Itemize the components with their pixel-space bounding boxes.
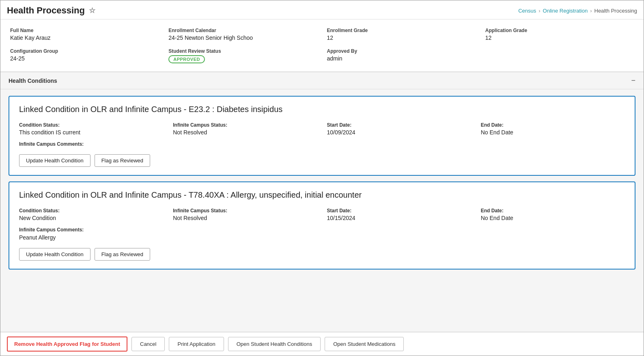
- condition-1-start-date-label: Start Date:: [327, 122, 471, 128]
- condition-1-end-date-label: End Date:: [481, 122, 625, 128]
- breadcrumb-sep-1: ›: [538, 8, 540, 14]
- condition-1-comments: Infinite Campus Comments:: [19, 141, 625, 147]
- condition-2-title: Linked Condition in OLR and Infinite Cam…: [19, 190, 625, 200]
- update-health-condition-button-1[interactable]: Update Health Condition: [19, 154, 90, 167]
- enrollment-grade-label: Enrollment Grade: [327, 28, 476, 33]
- open-student-medications-button[interactable]: Open Student Medications: [325, 337, 404, 351]
- condition-2-start-date: Start Date: 10/15/2024: [327, 208, 471, 221]
- breadcrumb-current: Health Processing: [594, 8, 638, 14]
- condition-2-start-date-label: Start Date:: [327, 208, 471, 214]
- update-health-condition-button-2[interactable]: Update Health Condition: [19, 248, 90, 261]
- title-text: Health Processing: [7, 5, 85, 16]
- condition-2-status-value: New Condition: [19, 215, 163, 221]
- page-title: Health Processing ☆: [7, 5, 95, 16]
- condition-1-title: Linked Condition in OLR and Infinite Cam…: [19, 105, 625, 114]
- condition-2-ic-status: Infinite Campus Status: Not Resolved: [173, 208, 317, 221]
- application-grade-value: 12: [485, 35, 634, 41]
- condition-2-end-date-label: End Date:: [481, 208, 625, 214]
- condition-1-status: Condition Status: This condition IS curr…: [19, 122, 163, 136]
- open-student-health-conditions-button[interactable]: Open Student Health Conditions: [228, 337, 321, 351]
- condition-1-end-date-value: No End Date: [481, 129, 625, 136]
- condition-2-ic-status-label: Infinite Campus Status:: [173, 208, 317, 214]
- condition-card-2: Linked Condition in OLR and Infinite Cam…: [9, 181, 635, 270]
- breadcrumb-sep-2: ›: [590, 8, 592, 14]
- condition-1-actions: Update Health Condition Flag as Reviewed: [19, 154, 625, 167]
- footer-action-bar: Remove Health Approved Flag for Student …: [0, 332, 644, 356]
- breadcrumb-online-registration[interactable]: Online Registration: [543, 8, 588, 14]
- conditions-area: Linked Condition in OLR and Infinite Cam…: [0, 89, 644, 276]
- field-review-status: Student Review Status APPROVED: [168, 48, 317, 63]
- condition-2-status-label: Condition Status:: [19, 208, 163, 214]
- collapse-icon[interactable]: −: [631, 76, 635, 85]
- condition-2-comments: Infinite Campus Comments: Peanut Allergy: [19, 227, 625, 241]
- field-enrollment-calendar: Enrollment Calendar 24-25 Newton Senior …: [168, 28, 317, 41]
- student-info-card: Full Name Katie Kay Arauz Enrollment Cal…: [0, 19, 644, 72]
- field-full-name: Full Name Katie Kay Arauz: [10, 28, 159, 41]
- flag-as-reviewed-button-1[interactable]: Flag as Reviewed: [95, 154, 150, 167]
- approved-by-value: admin: [327, 55, 476, 62]
- field-approved-by: Approved By admin: [327, 48, 476, 63]
- field-config-group: Configuration Group 24-25: [10, 48, 159, 63]
- full-name-label: Full Name: [10, 28, 159, 33]
- enrollment-grade-value: 12: [327, 35, 476, 41]
- condition-1-status-value: This condition IS current: [19, 129, 163, 136]
- condition-1-start-date-value: 10/09/2024: [327, 129, 471, 136]
- condition-1-ic-status: Infinite Campus Status: Not Resolved: [173, 122, 317, 136]
- condition-1-ic-status-label: Infinite Campus Status:: [173, 122, 317, 128]
- remove-health-approved-flag-button[interactable]: Remove Health Approved Flag for Student: [7, 337, 127, 352]
- condition-2-actions: Update Health Condition Flag as Reviewed: [19, 248, 625, 261]
- condition-card-1: Linked Condition in OLR and Infinite Cam…: [9, 96, 635, 176]
- condition-2-status: Condition Status: New Condition: [19, 208, 163, 221]
- condition-1-start-date: Start Date: 10/09/2024: [327, 122, 471, 136]
- condition-2-ic-status-value: Not Resolved: [173, 215, 317, 221]
- condition-2-end-date-value: No End Date: [481, 215, 625, 221]
- enrollment-calendar-label: Enrollment Calendar: [168, 28, 317, 33]
- application-grade-label: Application Grade: [485, 28, 634, 33]
- condition-2-start-date-value: 10/15/2024: [327, 215, 471, 221]
- favorite-star-icon[interactable]: ☆: [89, 6, 95, 15]
- health-conditions-title: Health Conditions: [9, 78, 57, 84]
- print-application-button[interactable]: Print Application: [169, 337, 224, 351]
- field-enrollment-grade: Enrollment Grade 12: [327, 28, 476, 41]
- full-name-value: Katie Kay Arauz: [10, 35, 159, 41]
- approved-by-label: Approved By: [327, 48, 476, 54]
- config-group-value: 24-25: [10, 55, 159, 62]
- condition-1-ic-status-value: Not Resolved: [173, 129, 317, 136]
- header: Health Processing ☆ Census › Online Regi…: [0, 0, 644, 19]
- breadcrumb: Census › Online Registration › Health Pr…: [518, 8, 637, 14]
- enrollment-calendar-value: 24-25 Newton Senior High Schoo: [168, 35, 317, 41]
- config-group-label: Configuration Group: [10, 48, 159, 54]
- cancel-button[interactable]: Cancel: [131, 337, 165, 351]
- condition-2-comments-value: Peanut Allergy: [19, 234, 625, 241]
- approved-badge: APPROVED: [168, 55, 205, 63]
- condition-1-end-date: End Date: No End Date: [481, 122, 625, 136]
- health-conditions-section-header: Health Conditions −: [0, 72, 644, 89]
- condition-2-comments-label: Infinite Campus Comments:: [19, 227, 625, 233]
- main-content: Full Name Katie Kay Arauz Enrollment Cal…: [0, 19, 644, 332]
- flag-as-reviewed-button-2[interactable]: Flag as Reviewed: [95, 248, 150, 261]
- field-application-grade: Application Grade 12: [485, 28, 634, 41]
- review-status-label: Student Review Status: [168, 48, 317, 54]
- condition-2-end-date: End Date: No End Date: [481, 208, 625, 221]
- breadcrumb-census[interactable]: Census: [518, 8, 536, 14]
- condition-1-status-label: Condition Status:: [19, 122, 163, 128]
- condition-1-comments-label: Infinite Campus Comments:: [19, 141, 625, 147]
